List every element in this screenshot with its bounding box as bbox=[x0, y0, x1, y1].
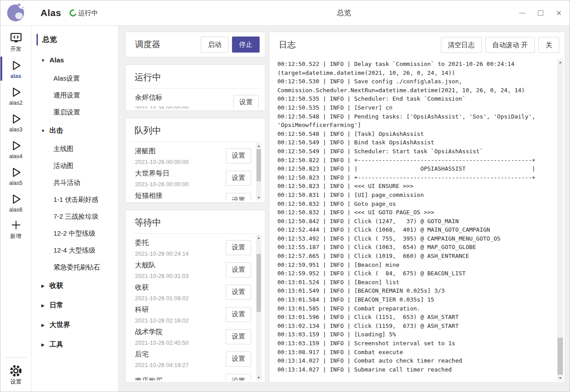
nav-item[interactable]: 通用设置 bbox=[32, 87, 118, 104]
task-name: 余烬信标 bbox=[135, 93, 233, 102]
rail-item-alas3[interactable]: alas3 bbox=[0, 109, 31, 135]
nav-group[interactable]: ▼Alas bbox=[32, 50, 118, 70]
nav-item-label: 通用设置 bbox=[53, 91, 80, 100]
scroll-up-icon[interactable]: ▲ bbox=[557, 59, 563, 65]
section-scrollbar[interactable]: ▲▼ bbox=[256, 143, 261, 200]
running-spinner-icon bbox=[69, 8, 78, 17]
play-icon bbox=[9, 112, 23, 126]
log-line: 00:13:02.134 | INFO | Click (1159, 673) … bbox=[277, 322, 553, 331]
app-window: Alas 运行中 总览 × 开发alasalas2alas3alas4alas5… bbox=[0, 0, 570, 392]
maximize-icon bbox=[538, 10, 543, 16]
section-queue: 队列中潜艇图2021-10-26 00:00:00设置大世界每日2021-10-… bbox=[125, 118, 265, 203]
nav-item[interactable]: 重启设置 bbox=[32, 104, 118, 121]
rail-item-alas[interactable]: alas bbox=[0, 55, 31, 82]
play-icon bbox=[9, 192, 23, 206]
log-line: 00:12:50.832 | INFO | Goto page_os bbox=[277, 200, 553, 208]
log-line: 00:12:50.549 | INFO | Scheduler: Start t… bbox=[277, 147, 553, 156]
close-button[interactable]: × bbox=[555, 9, 562, 16]
nav-item[interactable]: 7-2 三战捡垃圾 bbox=[32, 208, 118, 225]
task-setting-button[interactable]: 设置 bbox=[226, 351, 251, 367]
scroll-down-icon[interactable]: ▼ bbox=[256, 195, 261, 200]
rail-item-dev[interactable]: 开发 bbox=[0, 29, 31, 55]
autoscroll-off-button[interactable]: 关 bbox=[538, 37, 559, 53]
gear-icon bbox=[8, 363, 23, 378]
task-setting-button[interactable]: 设置 bbox=[226, 148, 251, 163]
rail-item-alas2[interactable]: alas2 bbox=[0, 82, 31, 109]
clear-log-button[interactable]: 清空日志 bbox=[441, 37, 482, 53]
nav-group[interactable]: ▶日常 bbox=[32, 295, 118, 315]
log-line: 00:12:50.548 | INFO | Pending tasks: ['O… bbox=[277, 112, 553, 121]
section-running: 运行中余烬信标2021-10-26 00:00:00设置 bbox=[125, 65, 265, 111]
rail-item-alas4[interactable]: alas4 bbox=[0, 135, 31, 162]
log-output: 00:12:50.522 | INFO | Delay task `Commis… bbox=[269, 59, 555, 381]
maximize-button[interactable] bbox=[537, 9, 544, 16]
scroll-up-icon[interactable]: ▲ bbox=[256, 235, 261, 241]
rail-item-alas5[interactable]: alas5 bbox=[0, 162, 31, 189]
task-name: 科研 bbox=[135, 305, 226, 314]
log-line: 00:12:50.823 | INFO | +-----------------… bbox=[277, 173, 553, 182]
log-panel: 日志 清空日志 自动滚动 开 关 00:12:50.522 | INFO | D… bbox=[269, 32, 565, 383]
task-setting-button[interactable]: 设置 bbox=[226, 285, 251, 300]
nav-item[interactable]: 活动图 bbox=[32, 157, 118, 174]
scroll-up-icon[interactable]: ▲ bbox=[256, 143, 261, 149]
nav-item[interactable]: 1-1 伏击刷好感 bbox=[32, 191, 118, 208]
scheduler-start-button[interactable]: 启动 bbox=[201, 37, 228, 53]
task-name: 潜艇图 bbox=[135, 147, 226, 156]
task-name: 战术学院 bbox=[135, 327, 226, 337]
nav-item-label: 收获 bbox=[49, 281, 63, 290]
task-setting-button[interactable]: 设置 bbox=[226, 374, 251, 381]
scheduler-stop-button[interactable]: 停止 bbox=[232, 37, 260, 53]
task-setting-button[interactable]: 设置 bbox=[226, 262, 251, 278]
task-setting-button[interactable]: 设置 bbox=[226, 240, 251, 255]
task-setting-button[interactable]: 设置 bbox=[233, 95, 259, 109]
log-scrollbar[interactable]: ▲ ▼ bbox=[557, 59, 563, 381]
task-row: 大世界每日2021-10-26 00:00:00设置 bbox=[126, 165, 254, 188]
rail-item-alas6[interactable]: alas6 bbox=[0, 189, 31, 216]
nav-item-active[interactable]: 总览 bbox=[32, 32, 118, 48]
scrollbar-thumb[interactable] bbox=[256, 149, 261, 181]
log-line: 00:13:14.027 | INFO | Submarine call tim… bbox=[277, 365, 553, 374]
nav-group[interactable]: ▶工具 bbox=[32, 335, 118, 354]
rail-divider bbox=[4, 357, 27, 358]
log-line: 00:12:59.952 | INFO | Click ( 84, 675) @… bbox=[277, 269, 553, 278]
log-line: 00:13:14.027 | INFO | Combat auto check … bbox=[277, 356, 553, 365]
log-line: 00:13:03.159 | INFO | [Loading] 5% bbox=[277, 330, 553, 339]
scroll-down-icon[interactable]: ▼ bbox=[557, 375, 563, 381]
task-setting-button[interactable]: 设置 bbox=[226, 193, 251, 201]
task-row: 潜艇图2021-10-26 00:00:00设置 bbox=[126, 143, 254, 165]
task-setting-button[interactable]: 设置 bbox=[226, 171, 251, 186]
scroll-down-icon[interactable]: ▼ bbox=[256, 375, 261, 380]
task-setting-button[interactable]: 设置 bbox=[226, 329, 251, 344]
nav-group[interactable]: ▶大世界 bbox=[32, 315, 118, 335]
task-name: 后宅 bbox=[135, 350, 226, 359]
nav-item[interactable]: 12-4 大型练级 bbox=[32, 242, 118, 259]
log-line: 00:12:50.548 | INFO | [Task] OpsiAshAssi… bbox=[277, 130, 553, 139]
task-time: 2021-10-26 00:24:14 bbox=[135, 250, 226, 257]
page-title: 总览 bbox=[118, 8, 570, 18]
chevron-right-icon: ▶ bbox=[41, 342, 45, 347]
task-setting-button[interactable]: 设置 bbox=[226, 307, 251, 322]
nav-group[interactable]: ▼出击 bbox=[32, 121, 118, 140]
nav-item[interactable]: 共斗活动 bbox=[32, 174, 118, 191]
run-status-label: 运行中 bbox=[78, 9, 98, 17]
nav-group[interactable]: ▶收获 bbox=[32, 276, 118, 295]
section-title: 等待中 bbox=[126, 216, 265, 229]
section-scrollbar[interactable]: ▲▼ bbox=[256, 235, 261, 380]
rail-item-label: alas3 bbox=[9, 127, 23, 133]
nav-item-label: 12-4 大型练级 bbox=[53, 246, 95, 255]
rail-item-settings[interactable]: 设置 bbox=[0, 360, 31, 389]
task-info: 科研2021-10-26 02:16:02 bbox=[135, 305, 226, 324]
autoscroll-toggle-button[interactable]: 自动滚动 开 bbox=[485, 37, 535, 53]
nav-item[interactable]: 紧急委托刷钻石 bbox=[32, 259, 118, 276]
nav-item[interactable]: 主线图 bbox=[32, 140, 118, 157]
nav-item[interactable]: 12-2 中型练级 bbox=[32, 225, 118, 242]
log-scrollbar-thumb[interactable] bbox=[558, 338, 563, 375]
scrollbar-thumb[interactable] bbox=[256, 254, 261, 312]
section-body: 委托2021-10-26 00:24:14设置大舰队2021-10-26 00:… bbox=[126, 234, 265, 382]
nav-item[interactable]: Alas设置 bbox=[32, 70, 118, 87]
rail-item-add[interactable]: 新增 bbox=[0, 216, 31, 242]
log-line: 00:12:50.832 | INFO | <<< UI GOTO PAGE_O… bbox=[277, 208, 553, 217]
log-line: 00:12:53.492 | INFO | Click ( 755, 395) … bbox=[277, 234, 553, 243]
chevron-right-icon: ▶ bbox=[41, 323, 45, 327]
minimize-button[interactable] bbox=[519, 9, 526, 16]
